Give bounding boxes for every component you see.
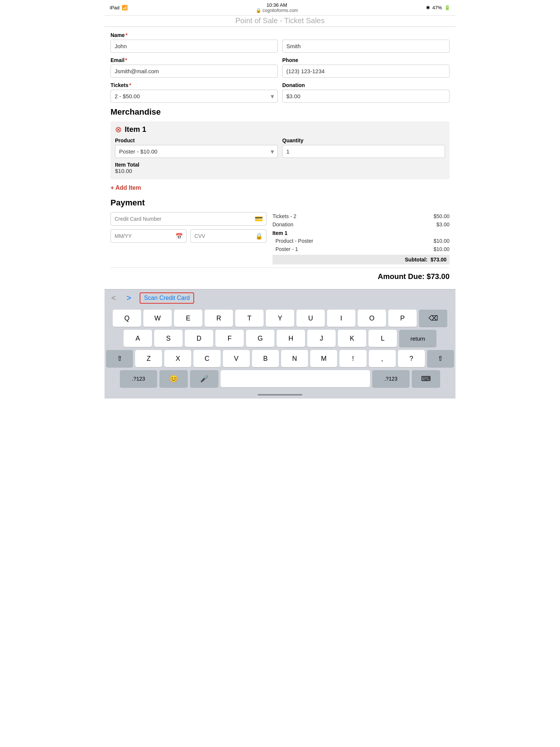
key-keyboard-dismiss[interactable]: ⌨	[412, 370, 440, 387]
item-1-total: Item Total $10.00	[115, 162, 445, 174]
item1-product-summary-value: $10.00	[433, 238, 449, 244]
phone-input[interactable]	[282, 65, 449, 78]
key-o[interactable]: O	[358, 310, 386, 327]
key-j[interactable]: J	[307, 330, 336, 347]
key-p[interactable]: P	[388, 310, 417, 327]
amount-due-label: Amount Due: $73.00	[378, 272, 449, 280]
keyboard-row-3: ⇧ Z X C V B N M ! , ? ⇧	[106, 350, 454, 367]
tickets-summary-label: Tickets - 2	[273, 213, 296, 219]
add-item-button[interactable]: + Add Item	[111, 183, 141, 193]
tickets-summary-row: Tickets - 2 $50.00	[273, 212, 449, 220]
key-h[interactable]: H	[277, 330, 305, 347]
item1-product-summary-row: Product - Poster $10.00	[273, 237, 449, 245]
home-bar	[258, 394, 302, 396]
tickets-select[interactable]: 2 - $50.00	[111, 90, 278, 103]
phone-col: Phone	[282, 57, 449, 78]
tickets-select-wrapper[interactable]: 2 - $50.00 ▾	[111, 90, 278, 103]
time-display: 10:36 AM	[128, 2, 426, 8]
key-r[interactable]: R	[205, 310, 233, 327]
key-return[interactable]: return	[399, 330, 436, 347]
key-g[interactable]: G	[246, 330, 274, 347]
tickets-col: Tickets* 2 - $50.00 ▾	[111, 82, 278, 103]
key-numbers-right[interactable]: .?123	[372, 370, 410, 387]
email-required-star: *	[125, 57, 127, 63]
order-summary: Tickets - 2 $50.00 Donation $3.00 Item 1…	[273, 212, 449, 264]
key-k[interactable]: K	[338, 330, 366, 347]
key-w[interactable]: W	[143, 310, 172, 327]
item-1-header: ⊗ Item 1	[115, 125, 445, 134]
tickets-donation-row: Tickets* 2 - $50.00 ▾ Donation	[111, 82, 449, 103]
key-u[interactable]: U	[296, 310, 325, 327]
key-numbers-left[interactable]: .?123	[120, 370, 157, 387]
name-label: Name*	[111, 32, 278, 38]
quantity-col: Quantity	[282, 137, 445, 158]
key-emoji[interactable]: 😊	[159, 370, 188, 387]
key-question[interactable]: ?	[398, 350, 425, 367]
key-shift-left[interactable]: ⇧	[106, 350, 133, 367]
key-m[interactable]: M	[310, 350, 337, 367]
key-v[interactable]: V	[223, 350, 250, 367]
status-right: ✱ 47% 🔋	[426, 5, 450, 10]
battery-label: 47%	[432, 5, 442, 10]
last-name-input[interactable]	[282, 40, 449, 53]
payment-right: Tickets - 2 $50.00 Donation $3.00 Item 1…	[273, 212, 449, 264]
name-row: Name* Name	[111, 32, 449, 53]
key-d[interactable]: D	[185, 330, 213, 347]
key-space[interactable]	[221, 370, 370, 387]
email-input[interactable]	[111, 65, 278, 78]
device-label: iPad	[110, 5, 119, 10]
key-e[interactable]: E	[174, 310, 202, 327]
amount-due-row: Amount Due: $73.00	[111, 267, 449, 284]
page-title: Point of Sale - Ticket Sales	[235, 16, 324, 25]
product-select-wrapper[interactable]: Poster - $10.00 ▾	[115, 145, 278, 158]
key-b[interactable]: B	[252, 350, 279, 367]
next-nav-button[interactable]: >	[124, 292, 134, 304]
merchandise-heading: Merchandise	[111, 107, 449, 117]
product-select[interactable]: Poster - $10.00	[115, 145, 278, 158]
keyboard-row-1: Q W E R T Y U I O P ⌫	[106, 310, 454, 327]
item-1-block: ⊗ Item 1 Product Poster - $10.00 ▾ Quant…	[111, 121, 449, 179]
key-t[interactable]: T	[235, 310, 264, 327]
key-a[interactable]: A	[124, 330, 152, 347]
subtotal-label: Subtotal:	[405, 257, 428, 263]
key-q[interactable]: Q	[113, 310, 141, 327]
name-required-star: *	[125, 32, 127, 38]
item1-summary-header: Item 1	[273, 229, 449, 237]
key-exclaim[interactable]: !	[339, 350, 366, 367]
donation-col: Donation	[282, 82, 449, 103]
payment-content: 💳 📅 🔒 Tickets - 2	[111, 212, 449, 264]
subtotal-value: $73.00	[430, 257, 447, 263]
key-i[interactable]: I	[327, 310, 355, 327]
email-label: Email*	[111, 57, 278, 63]
url-display: 🔒 cognitoforms.com	[128, 8, 426, 13]
key-c[interactable]: C	[193, 350, 220, 367]
phone-label: Phone	[282, 57, 449, 63]
key-l[interactable]: L	[368, 330, 397, 347]
battery-icon: 🔋	[444, 5, 450, 10]
donation-input[interactable]	[282, 90, 449, 103]
key-n[interactable]: N	[281, 350, 308, 367]
key-delete[interactable]: ⌫	[419, 310, 447, 327]
cc-number-input[interactable]	[111, 212, 267, 226]
item1-product-summary-label: Product - Poster	[276, 238, 313, 244]
quantity-input[interactable]	[282, 145, 445, 158]
item-total-value: $10.00	[115, 168, 445, 174]
form-area: Name* Name Email* Phone Tickets*	[105, 27, 455, 289]
item1-qty-summary-row: Poster - 1 $10.00	[273, 245, 449, 253]
tickets-required-star: *	[129, 82, 131, 88]
keyboard: Q W E R T Y U I O P ⌫ A S D F G H J K L …	[105, 307, 455, 393]
key-y[interactable]: Y	[266, 310, 294, 327]
key-shift-right[interactable]: ⇧	[427, 350, 454, 367]
key-mic[interactable]: 🎤	[190, 370, 218, 387]
payment-heading: Payment	[111, 198, 449, 208]
scan-credit-card-button[interactable]: Scan Credit Card	[140, 292, 195, 304]
key-f[interactable]: F	[215, 330, 244, 347]
prev-nav-button[interactable]: <	[109, 292, 118, 304]
first-name-input[interactable]	[111, 40, 278, 53]
key-x[interactable]: X	[164, 350, 191, 367]
item-1-remove-button[interactable]: ⊗	[115, 125, 122, 134]
key-z[interactable]: Z	[135, 350, 162, 367]
credit-card-icon: 💳	[255, 215, 263, 223]
key-s[interactable]: S	[154, 330, 183, 347]
key-comma[interactable]: ,	[369, 350, 396, 367]
